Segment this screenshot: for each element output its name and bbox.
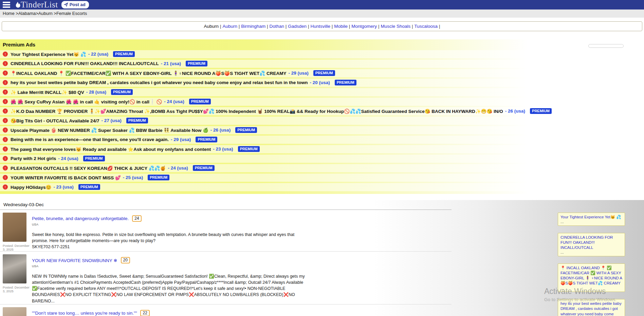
premium-ad-row[interactable]: ↑ 😘Big Tits Girl - OUTCALL Available 24/… xyxy=(0,117,644,125)
premium-ad-age: - 26 (usa) xyxy=(210,127,231,133)
breadcrumb[interactable]: Home >Alabama>Auburn >Female Escorts xyxy=(0,9,644,18)
premium-badge[interactable]: PREMIUM xyxy=(238,146,260,152)
listing-item[interactable]: Posted: December 3, 2025 Petite, brunett… xyxy=(0,210,452,252)
city-link[interactable]: Birmingham xyxy=(241,24,268,29)
premium-ad-row[interactable]: ↑ 📍INCALL OAKLAND 📍 ✅FACETIME/CAR✅ WITH … xyxy=(0,69,644,77)
listing-description: NEW IN TOWNMy name is Dallas !Seductive,… xyxy=(32,273,310,304)
premium-ad-row[interactable]: ↑ The pawg that everyone loves😼 Ready an… xyxy=(0,145,644,153)
city-link[interactable]: Montgomery xyxy=(351,24,379,29)
premium-badge[interactable]: PREMIUM xyxy=(196,137,217,142)
sidebar-ad-link[interactable]: hey its your best wettes petite baby DRE… xyxy=(560,301,622,316)
premium-badge[interactable]: PREMIUM xyxy=(83,156,105,161)
up-arrow-icon: ↑ xyxy=(3,90,8,95)
city-link[interactable]: Auburn xyxy=(222,24,240,29)
premium-ad-title[interactable]: ✨K.O Daa NUMBER 🏆 PROVIDER 🧍✨💕AMAZING Th… xyxy=(11,108,503,114)
premium-ad-age: - 27 (usa) xyxy=(101,118,121,123)
city-link[interactable]: Dothan xyxy=(270,24,287,29)
premium-ad-row[interactable]: ↑ Being with me is an experience—one tha… xyxy=(0,136,644,144)
premium-ad-title[interactable]: YOUR WINTER FAVORITE IS BACK DONT MISS 💕 xyxy=(11,175,121,180)
sidebar-ad-link[interactable]: CINDERELLA LOOKING FOR FUN!!! OAKLAND!!!… xyxy=(560,235,622,251)
premium-ad-title[interactable]: 😘Big Tits Girl - OUTCALL Available 24/7 xyxy=(11,118,99,123)
listing-title-link[interactable]: ""Don't stare too long… unless you're re… xyxy=(32,311,137,316)
premium-ad-title[interactable]: Your Tightest Experience Yet😼 💦 xyxy=(11,52,86,57)
premium-ad-row[interactable]: ↑ YOUR WINTER FAVORITE IS BACK DONT MISS… xyxy=(0,174,644,182)
premium-ad-title[interactable]: ✨ Lake Merritt INCALL✨ $80 QV xyxy=(11,90,84,95)
city-link[interactable]: Muscle Shoals xyxy=(381,24,413,29)
listing-thumbnail[interactable] xyxy=(3,213,26,242)
sidebar-ad-link[interactable]: 📍 INCALL OAKLAND 📍 ✅ FACETIME/CAR ✅ WITH… xyxy=(560,265,622,286)
premium-ad-row[interactable]: ↑ Your Tightest Experience Yet😼 💦 - 22 (… xyxy=(0,50,644,58)
premium-badge[interactable]: PREMIUM xyxy=(113,51,135,57)
post-ad-button[interactable]: Post ad xyxy=(61,1,89,8)
listing-thumbnail[interactable] xyxy=(3,254,26,283)
premium-ad-age: - 29 (usa) xyxy=(288,71,308,76)
listings-region: Wednesday-03-Dec Posted: December 3, 202… xyxy=(0,200,644,316)
premium-ad-title[interactable]: PLEASANTON OUTCALLS !! SEXY KOREAN💋 THIC… xyxy=(11,165,166,171)
city-link[interactable]: Mobile xyxy=(334,24,350,29)
sidebar-ad-box[interactable]: 📍 INCALL OAKLAND 📍 ✅ FACETIME/CAR ✅ WITH… xyxy=(558,263,625,292)
premium-ad-title[interactable]: Being with me is an experience—one that … xyxy=(11,137,169,142)
premium-ad-title[interactable]: Happy HOlidays😊 xyxy=(11,184,51,190)
premium-badge[interactable]: PREMIUM xyxy=(78,184,100,190)
premium-ad-row[interactable]: ↑ CINDERELLA LOOKING FOR FUN!!! OAKLAND!… xyxy=(0,60,644,68)
premium-ad-row[interactable]: ↑ Happy HOlidays😊 - 23 (usa) PREMIUM xyxy=(0,183,644,191)
listing-item[interactable]: Posted: December 3, 2025 YOUR NEW FAVORI… xyxy=(0,252,452,304)
city-link[interactable]: Gadsden xyxy=(288,24,309,29)
up-arrow-icon: ↑ xyxy=(3,71,8,76)
listing-title-link[interactable]: YOUR NEW FAVORITE SNOWBUNNY ❄ xyxy=(32,258,117,263)
premium-badge[interactable]: PREMIUM xyxy=(313,70,335,76)
premium-ad-title[interactable]: 🌺 🌺 Sexy CuRvy Asian 🌺 🌺 in call 🤙 visit… xyxy=(11,99,162,104)
premium-ad-row[interactable]: ↑ PLEASANTON OUTCALLS !! SEXY KOREAN💋 TH… xyxy=(0,164,644,172)
premium-badge[interactable]: PREMIUM xyxy=(193,165,215,171)
premium-ad-row[interactable]: ↑ ✨K.O Daa NUMBER 🏆 PROVIDER 🧍✨💕AMAZING … xyxy=(0,107,644,115)
city-nav: Auburn Auburn Birmingham Dothan Gadsden … xyxy=(2,21,642,31)
premium-ad-age: - 29 (usa) xyxy=(171,137,191,142)
premium-ad-row[interactable]: ↑ Upscale Playmate 👙 NEW NUMBER 💦 Super … xyxy=(0,126,644,134)
premium-badge[interactable]: PREMIUM xyxy=(189,99,211,104)
brand-logo[interactable]: TinderList xyxy=(14,0,58,9)
premium-badge[interactable]: PREMIUM xyxy=(235,127,257,133)
age-badge: 22 xyxy=(140,310,149,316)
premium-badge[interactable]: PREMIUM xyxy=(186,61,207,66)
listing-posted-date: Posted: December 3, 2025 xyxy=(3,244,32,251)
premium-ad-age: - 25 (usa) xyxy=(123,175,143,180)
premium-ad-title[interactable]: CINDERELLA LOOKING FOR FUN!!! OAKLAND!!!… xyxy=(11,61,159,66)
sidebar-ad-link[interactable]: Your Tightest Experience Yet😼 💦 xyxy=(560,215,622,220)
up-arrow-icon: ↑ xyxy=(3,52,8,57)
sidebar-ad-ellipsis: ... xyxy=(560,220,622,224)
sidebar-ad-ellipsis: ... xyxy=(560,250,622,255)
menu-icon[interactable] xyxy=(2,1,11,9)
listing-thumbnail[interactable] xyxy=(3,307,26,316)
listing-title-link[interactable]: Petite, brunette, and dangerously unforg… xyxy=(32,216,129,221)
premium-badge[interactable]: PREMIUM xyxy=(530,108,552,114)
premium-ad-title[interactable]: Party with 2 Hot girls xyxy=(11,156,56,161)
up-arrow-icon: ↑ xyxy=(3,127,8,133)
premium-ad-row[interactable]: ↑ ✨ Lake Merritt INCALL✨ $80 QV - 28 (us… xyxy=(0,88,644,96)
premium-ad-title[interactable]: The pawg that everyone loves😼 Ready and … xyxy=(11,146,211,152)
premium-ad-title[interactable]: hey its your best wettes petite baby DRE… xyxy=(11,80,308,85)
premium-badge[interactable]: PREMIUM xyxy=(126,118,148,123)
premium-ad-row[interactable]: ↑ 🌺 🌺 Sexy CuRvy Asian 🌺 🌺 in call 🤙 vis… xyxy=(0,98,644,106)
premium-ad-age: - 24 (usa) xyxy=(168,165,188,171)
premium-ad-title[interactable]: Upscale Playmate 👙 NEW NUMBER 💦 Super So… xyxy=(11,127,208,133)
premium-ad-age: - 23 (usa) xyxy=(53,184,73,190)
premium-ad-row[interactable]: ↑ Party with 2 Hot girls - 24 (usa) PREM… xyxy=(0,155,644,163)
premium-badge[interactable]: PREMIUM xyxy=(111,89,133,95)
sidebar-ad-box[interactable]: Your Tightest Experience Yet😼 💦 ... xyxy=(558,213,625,226)
premium-ad-row[interactable]: ↑ hey its your best wettes petite baby D… xyxy=(0,79,644,87)
premium-badge[interactable]: PREMIUM xyxy=(148,175,169,180)
premium-ads-heading: Premium Ads xyxy=(0,40,644,49)
premium-ad-age: - 22 (usa) xyxy=(88,52,108,57)
premium-ad-age: - 28 (usa) xyxy=(86,90,106,95)
sidebar-ad-box[interactable]: CINDERELLA LOOKING FOR FUN!!! OAKLAND!!!… xyxy=(558,233,625,256)
floating-scrollbar[interactable] xyxy=(588,44,624,48)
city-link[interactable]: Huntsville xyxy=(310,24,333,29)
listing-item[interactable]: Posted: December 3, 2025 ""Don't stare t… xyxy=(0,304,452,316)
premium-badge[interactable]: PREMIUM xyxy=(335,80,356,85)
premium-ad-age: - 24 (usa) xyxy=(58,156,78,161)
flame-icon xyxy=(14,1,20,8)
sidebar-ad-box[interactable]: hey its your best wettes petite baby DRE… xyxy=(558,299,625,316)
premium-ad-title[interactable]: 📍INCALL OAKLAND 📍 ✅FACETIME/CAR✅ WITH A … xyxy=(11,71,286,76)
premium-ads-list: ↑ Your Tightest Experience Yet😼 💦 - 22 (… xyxy=(0,50,644,191)
city-link[interactable]: Tuscaloosa xyxy=(415,24,440,29)
